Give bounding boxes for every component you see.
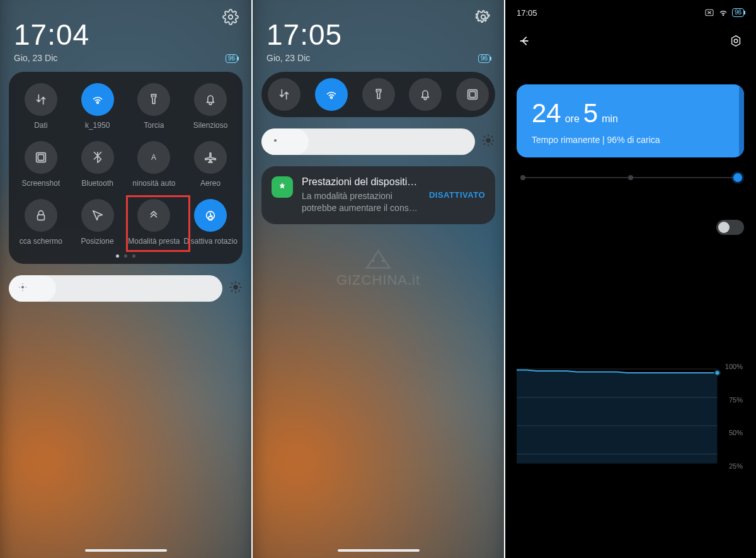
gear-icon — [475, 9, 491, 25]
home-indicator[interactable] — [338, 549, 420, 552]
battery-indicator: 96 — [478, 54, 490, 63]
qs-tile-wifi[interactable] — [315, 78, 348, 111]
notification-title: Prestazioni del dispositiv… — [302, 176, 420, 188]
svg-point-13 — [233, 285, 238, 289]
power-mode-slider[interactable] — [520, 175, 740, 180]
chart-y-ticks: 100% 75% 50% 25% — [725, 363, 743, 470]
date-label: Gio, 23 Dic — [14, 53, 238, 63]
clock-time: 17:05 — [266, 18, 490, 52]
brightness-low-icon — [18, 282, 28, 292]
brightness-high-icon — [229, 280, 243, 297]
status-bar: 17:05 96 — [505, 0, 755, 25]
bell-icon — [194, 83, 227, 116]
svg-line-21 — [239, 283, 240, 284]
svg-line-37 — [491, 136, 493, 137]
svg-rect-3 — [38, 154, 43, 160]
battery-indicator: 96 — [226, 54, 238, 63]
lock-icon — [25, 199, 57, 232]
quick-settings-row — [261, 72, 495, 117]
remaining-subtitle: Tempo rimanente | 96% di carica — [532, 135, 729, 145]
qs-tile-label: Bluetooth — [81, 179, 113, 188]
dnd-x-icon — [704, 8, 714, 18]
svg-line-20 — [231, 290, 232, 292]
qs-tile-bluetooth[interactable]: Bluetooth — [69, 141, 126, 188]
quick-settings-panel: Datik_1950TorciaSilenziosoScreenshotBlue… — [9, 72, 243, 264]
notification-action-button[interactable]: DISATTIVATO — [429, 190, 485, 200]
brightness-slider[interactable] — [261, 128, 495, 155]
battery-indicator: 96 — [732, 8, 744, 17]
svg-marker-39 — [732, 36, 740, 47]
qs-tile-auto-brightness[interactable]: Aninosità auto — [126, 141, 183, 188]
screenshot-icon — [25, 141, 57, 174]
brightness-low-icon — [270, 135, 280, 145]
svg-rect-27 — [469, 91, 475, 97]
svg-point-24 — [481, 15, 486, 20]
performance-icon — [137, 199, 170, 232]
svg-rect-5 — [37, 215, 44, 220]
phone-screenshot-3: 17:05 96 Risparmio energetico Batteria 2… — [505, 0, 755, 558]
qs-tile-airplane[interactable]: Aereo — [182, 141, 239, 188]
svg-point-0 — [229, 15, 233, 20]
qs-tile-label: Disattiva rotazio — [183, 237, 237, 246]
app-icon — [272, 176, 293, 198]
bluetooth-icon — [81, 141, 114, 174]
auto-brightness-icon: A — [137, 141, 170, 174]
phone-screenshot-1: 17:04 Gio, 23 Dic 96 Datik_1950TorciaSil… — [0, 0, 251, 558]
qs-tile-bell[interactable]: Silenzioso — [182, 83, 239, 130]
qs-tile-data[interactable] — [268, 78, 301, 111]
back-button[interactable] — [518, 34, 532, 50]
settings-button[interactable] — [475, 9, 491, 28]
qs-tile-label: Screenshot — [22, 179, 60, 188]
data-icon — [25, 83, 57, 116]
gear-outline-icon — [729, 34, 743, 48]
arrow-left-icon — [518, 34, 532, 48]
wifi-icon — [81, 83, 114, 116]
svg-point-8 — [21, 286, 24, 288]
qs-tile-label: Torcia — [144, 121, 164, 130]
qs-tile-data[interactable]: Dati — [13, 83, 69, 130]
svg-line-19 — [239, 290, 240, 292]
qs-tile-screenshot[interactable] — [456, 78, 489, 111]
svg-line-34 — [484, 136, 485, 137]
battery-chart: 100% 75% 50% 25% — [517, 363, 744, 470]
brightness-track[interactable] — [261, 128, 475, 155]
svg-text:A: A — [151, 153, 156, 162]
battery-remaining-card[interactable]: 24ore 5min Tempo rimanente | 96% di cari… — [517, 84, 744, 157]
settings-outline-button[interactable] — [729, 34, 743, 50]
qs-tile-wifi[interactable]: k_1950 — [69, 83, 126, 130]
ultra-saver-toggle[interactable] — [716, 220, 744, 235]
qs-tile-label: Dati — [34, 121, 47, 130]
page-indicator[interactable] — [13, 254, 239, 258]
qs-tile-lock[interactable]: cca schermo — [13, 199, 69, 246]
location-icon — [81, 199, 114, 232]
brightness-slider[interactable] — [9, 275, 243, 302]
notification-card[interactable]: Prestazioni del dispositiv… La modalità … — [261, 166, 495, 224]
page-header — [505, 25, 755, 55]
notification-body: La modalità prestazioni potrebbe aumenta… — [302, 190, 420, 214]
qs-tile-screenshot[interactable]: Screenshot — [13, 141, 69, 188]
svg-point-28 — [274, 139, 277, 142]
svg-line-18 — [231, 283, 232, 284]
qs-tile-flashlight[interactable] — [362, 78, 395, 111]
qs-tile-label: ninosità auto — [132, 179, 175, 188]
svg-point-47 — [714, 370, 719, 375]
settings-button[interactable] — [222, 9, 239, 28]
notification-shade-header: 17:05 Gio, 23 Dic 96 — [253, 0, 504, 63]
home-indicator[interactable] — [85, 549, 167, 552]
qs-tile-performance[interactable]: Modalità presta — [126, 199, 183, 246]
flashlight-icon — [137, 83, 170, 116]
qs-tile-rotation-lock[interactable]: Disattiva rotazio — [182, 199, 239, 246]
qs-tile-location[interactable]: Posizione — [69, 199, 126, 246]
brightness-track[interactable] — [9, 275, 222, 302]
qs-tile-label: Modalità presta — [128, 237, 180, 246]
phone-screenshot-2: GIZCHINA.it 17:05 Gio, 23 Dic 96 Prestaz… — [253, 0, 504, 558]
qs-tile-label: k_1950 — [85, 121, 110, 130]
remaining-time: 24ore 5min — [532, 98, 729, 128]
status-icons: 96 — [471, 54, 490, 63]
svg-line-36 — [484, 144, 485, 145]
airplane-icon — [194, 141, 227, 174]
qs-tile-bell[interactable] — [409, 78, 442, 111]
wifi-icon — [718, 8, 728, 18]
qs-tile-flashlight[interactable]: Torcia — [126, 83, 183, 130]
qs-tile-label: Silenzioso — [193, 121, 228, 130]
